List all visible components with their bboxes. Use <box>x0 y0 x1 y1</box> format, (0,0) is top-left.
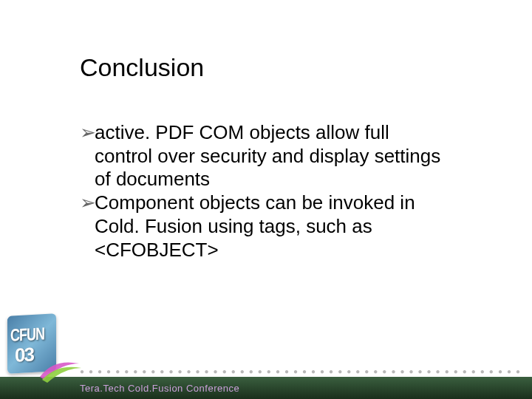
cfun-logo: CFUN 03 <box>1 309 75 398</box>
slide: Conclusion ➢active. PDF COM objects allo… <box>0 0 532 399</box>
bullet-text: Component objects can be invoked in Cold… <box>95 191 415 260</box>
slide-title: Conclusion <box>80 53 204 82</box>
logo-bottom-text: 03 <box>15 343 33 366</box>
bullet-arrow-icon: ➢ <box>80 191 95 215</box>
swoosh-icon <box>38 355 83 384</box>
bullet-text: active. PDF COM objects allow full contr… <box>95 121 440 190</box>
divider-dots: ●●●●●●●●●●●●●●●●●●●●●●●●●●●●●●●●●●●●●●●●… <box>80 367 523 375</box>
bullet-item: ➢active. PDF COM objects allow full cont… <box>80 121 449 191</box>
slide-body: ➢active. PDF COM objects allow full cont… <box>80 121 449 262</box>
footer-text: Tera.Tech Cold.Fusion Conference <box>80 383 239 394</box>
bullet-arrow-icon: ➢ <box>80 121 95 145</box>
bullet-item: ➢Component objects can be invoked in Col… <box>80 191 449 262</box>
